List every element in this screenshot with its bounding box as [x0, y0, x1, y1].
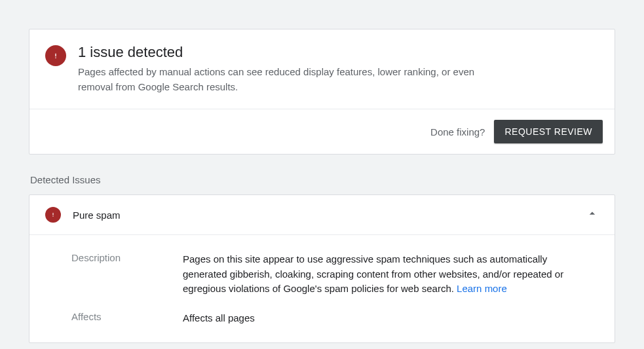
summary-title: 1 issue detected [78, 44, 484, 61]
summary-subtitle: Pages affected by manual actions can see… [78, 65, 484, 94]
affects-row: Affects Affects all pages [45, 311, 599, 326]
issue-body: Description Pages on this site appear to… [29, 234, 615, 342]
alert-icon [45, 207, 61, 223]
summary-top: 1 issue detected Pages affected by manua… [29, 29, 615, 109]
detected-issues-heading: Detected Issues [30, 174, 615, 185]
description-value: Pages on this site appear to use aggress… [183, 252, 599, 297]
issue-header[interactable]: Pure spam [29, 195, 615, 234]
done-fixing-label: Done fixing? [430, 126, 485, 138]
chevron-up-icon [586, 207, 599, 223]
issue-title: Pure spam [73, 210, 574, 221]
learn-more-link[interactable]: Learn more [457, 283, 507, 294]
affects-value: Affects all pages [183, 311, 599, 326]
summary-text-block: 1 issue detected Pages affected by manua… [78, 44, 484, 94]
description-label: Description [45, 252, 183, 297]
issue-card: Pure spam Description Pages on this site… [29, 194, 615, 343]
manual-actions-summary-card: 1 issue detected Pages affected by manua… [29, 29, 615, 155]
description-row: Description Pages on this site appear to… [45, 252, 599, 297]
alert-icon [45, 45, 66, 66]
affects-label: Affects [45, 311, 183, 326]
summary-actions: Done fixing? REQUEST REVIEW [29, 109, 615, 154]
request-review-button[interactable]: REQUEST REVIEW [494, 120, 603, 143]
